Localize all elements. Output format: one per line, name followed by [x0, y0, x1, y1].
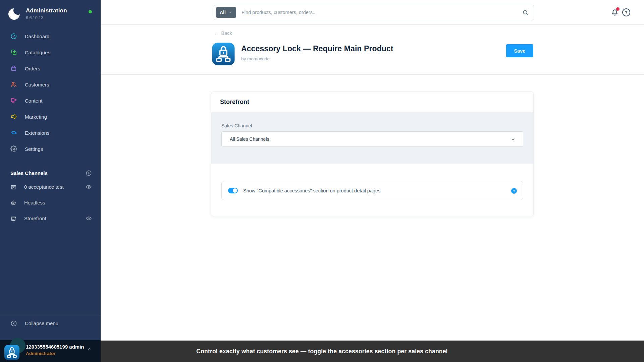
sidebar-item-catalogues[interactable]: Catalogues — [0, 44, 101, 60]
page-title: Accessory Lock — Require Main Product — [241, 44, 393, 53]
toggle-section: Show "Compatible accessories" section on… — [211, 164, 533, 216]
megaphone-icon — [10, 113, 17, 120]
sidebar-channel-acceptance-test[interactable]: 0 acceptance test — [0, 179, 101, 195]
channel-label: Storefront — [24, 216, 78, 221]
page-header: ← Back Accessory Lock — Require Main Pro… — [101, 25, 644, 75]
chevron-left-circle-icon — [10, 320, 17, 327]
sidebar-item-label: Customers — [25, 82, 49, 87]
sidebar-item-extensions[interactable]: Extensions — [0, 125, 101, 141]
collapse-menu-button[interactable]: Collapse menu — [0, 315, 101, 331]
sidebar-item-label: Orders — [25, 66, 40, 71]
arrow-left-icon: ← — [214, 31, 219, 36]
chevron-up-icon — [87, 346, 92, 352]
gear-icon — [10, 145, 17, 152]
storefront-config-card: Storefront Sales Channel All Sales Chann… — [211, 92, 534, 216]
channel-label: Headless — [24, 200, 92, 205]
brand[interactable]: Administration 6.6.10.13 — [0, 0, 101, 21]
sales-channels-title: Sales Channels — [10, 170, 48, 176]
notifications-button[interactable] — [610, 8, 619, 17]
top-bar: All ? — [101, 0, 644, 25]
help-button[interactable]: ? — [622, 8, 630, 16]
channel-label: 0 acceptance test — [24, 184, 78, 190]
show-accessories-toggle[interactable] — [228, 188, 238, 193]
online-status-dot — [89, 10, 92, 13]
back-button[interactable]: ← Back — [214, 31, 232, 36]
storefront-icon — [10, 216, 16, 222]
sidebar-item-label: Catalogues — [25, 50, 50, 55]
sales-channel-label: Sales Channel — [221, 123, 523, 128]
search-scope-label: All — [220, 10, 226, 15]
search-icon[interactable] — [522, 9, 529, 16]
sidebar-channel-headless[interactable]: Headless — [0, 195, 101, 210]
toggle-label: Show "Compatible accessories" section on… — [243, 188, 380, 193]
chevron-down-icon — [511, 137, 516, 142]
main-nav: Dashboard Catalogues Orders Customers Co… — [0, 28, 101, 157]
accessory-lock-plugin-icon — [212, 42, 235, 66]
sidebar: Administration 6.6.10.13 Dashboard Catal… — [0, 0, 101, 362]
sidebar-item-label: Marketing — [25, 114, 47, 120]
sidebar-item-dashboard[interactable]: Dashboard — [0, 28, 101, 44]
plugin-author: by momocode — [241, 56, 270, 61]
eye-icon[interactable] — [86, 215, 92, 222]
storefront-icon — [10, 184, 16, 190]
user-name: 120335554605199 admin ... — [26, 344, 86, 350]
add-sales-channel-button[interactable] — [86, 170, 92, 176]
search-scope-dropdown[interactable]: All — [216, 7, 236, 18]
users-icon — [10, 81, 17, 88]
gauge-icon — [10, 33, 17, 40]
catalogues-icon — [10, 49, 17, 56]
user-role: Administrator — [26, 351, 56, 356]
sidebar-item-label: Content — [25, 98, 43, 104]
back-label: Back — [221, 31, 232, 36]
basket-icon — [10, 200, 16, 206]
toggle-knob — [233, 188, 237, 193]
card-header: Storefront — [211, 92, 533, 112]
sidebar-item-label: Settings — [25, 146, 43, 152]
sales-channel-select[interactable]: All Sales Channels — [221, 131, 523, 147]
layout-icon — [10, 97, 17, 104]
collapse-menu-label: Collapse menu — [25, 320, 58, 326]
main-content: Storefront Sales Channel All Sales Chann… — [101, 75, 644, 341]
sidebar-channel-storefront[interactable]: Storefront — [0, 210, 101, 226]
sidebar-item-customers[interactable]: Customers — [0, 76, 101, 93]
app-title: Administration — [26, 7, 67, 14]
sales-channel-value: All Sales Channels — [230, 136, 269, 142]
shopping-bag-icon — [10, 65, 17, 72]
global-search: All — [214, 5, 534, 20]
sales-channels-header: Sales Channels — [0, 167, 101, 179]
eye-icon[interactable] — [86, 184, 92, 190]
user-menu[interactable]: 120335554605199 admin ... Administrator — [0, 340, 101, 362]
search-input[interactable] — [241, 5, 510, 20]
sidebar-item-marketing[interactable]: Marketing — [0, 109, 101, 125]
sidebar-item-content[interactable]: Content — [0, 93, 101, 109]
help-bubble-icon[interactable]: ? — [511, 188, 517, 194]
app-version: 6.6.10.13 — [26, 15, 67, 20]
save-button[interactable]: Save — [506, 44, 533, 57]
card-title: Storefront — [220, 99, 249, 106]
plug-icon — [10, 129, 17, 136]
notification-badge — [616, 7, 620, 11]
sales-channel-section: Sales Channel All Sales Channels — [211, 112, 533, 164]
shopware-logo — [7, 7, 21, 21]
sidebar-item-settings[interactable]: Settings — [0, 141, 101, 157]
toast-message: Control exactly what customers see — tog… — [196, 348, 447, 355]
sidebar-item-label: Dashboard — [25, 34, 49, 39]
sidebar-item-label: Extensions — [25, 130, 49, 136]
question-mark-icon: ? — [622, 8, 630, 16]
accessory-lock-plugin-icon — [4, 345, 20, 360]
sidebar-item-orders[interactable]: Orders — [0, 60, 101, 76]
chevron-down-icon — [228, 10, 232, 14]
show-accessories-setting: Show "Compatible accessories" section on… — [221, 181, 523, 200]
